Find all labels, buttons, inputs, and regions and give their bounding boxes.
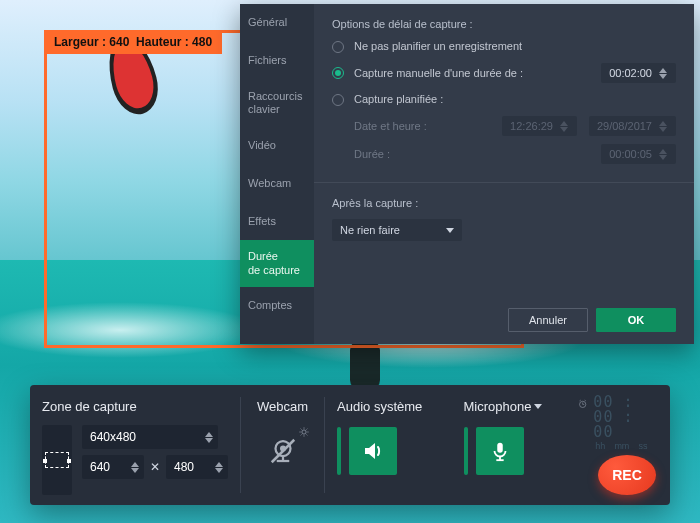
- chevron-down-icon: [446, 228, 454, 233]
- stepper-icon: [658, 149, 668, 160]
- divider: [314, 182, 694, 183]
- timer-units: hhmmss: [593, 441, 656, 451]
- resolution-preset-select[interactable]: 640x480: [82, 425, 218, 449]
- height-field[interactable]: 480: [166, 455, 228, 479]
- stepper-icon[interactable]: [214, 462, 224, 473]
- stepper-icon: [559, 121, 569, 132]
- option-no-schedule[interactable]: Ne pas planifier un enregistrement: [332, 40, 676, 53]
- scheduled-duration-field: 00:00:05: [601, 144, 676, 164]
- svg-line-5: [300, 429, 301, 430]
- multiply-icon: ✕: [150, 460, 160, 474]
- recorder-toolbar: Zone de capture 640x480 640 ✕ 480: [30, 385, 670, 505]
- cancel-button[interactable]: Annuler: [508, 308, 588, 332]
- webcam-section: Webcam: [241, 385, 324, 505]
- ok-button[interactable]: OK: [596, 308, 676, 332]
- tab-video[interactable]: Vidéo: [240, 126, 314, 164]
- record-section: 00 : 00 : 00 hhmmss REC: [578, 385, 670, 505]
- radio-icon: [332, 67, 344, 79]
- capture-delay-section-title: Options de délai de capture :: [332, 18, 676, 30]
- option-scheduled[interactable]: Capture planifiée :: [332, 93, 676, 106]
- stepper-icon: [658, 121, 668, 132]
- tab-webcam[interactable]: Webcam: [240, 164, 314, 202]
- scheduled-datetime-row: Date et heure : 12:26:29 29/08/2017: [354, 116, 676, 136]
- audio-level-bar: [337, 427, 341, 475]
- webcam-title: Webcam: [257, 395, 308, 417]
- tab-general[interactable]: Général: [240, 4, 314, 42]
- after-capture-select[interactable]: Ne rien faire: [332, 219, 462, 241]
- gear-icon[interactable]: [299, 423, 309, 433]
- system-audio-title: Audio système: [337, 395, 439, 417]
- scheduled-time-field: 12:26:29: [502, 116, 577, 136]
- microphone-title[interactable]: Microphone: [464, 395, 566, 417]
- settings-pane: Options de délai de capture : Ne pas pla…: [314, 4, 694, 344]
- alarm-clock-icon[interactable]: [578, 395, 587, 413]
- tab-duration[interactable]: Durée de capture: [240, 240, 314, 286]
- chevron-down-icon: [534, 404, 542, 409]
- stepper-icon[interactable]: [658, 68, 668, 79]
- tab-accounts[interactable]: Comptes: [240, 287, 314, 325]
- option-manual-duration[interactable]: Capture manuelle d'une durée de : 00:02:…: [332, 63, 676, 83]
- tab-shortcuts[interactable]: Raccourcis clavier: [240, 80, 314, 126]
- settings-tabs: Général Fichiers Raccourcis clavier Vidé…: [240, 4, 314, 344]
- stepper-icon[interactable]: [204, 432, 214, 443]
- stepper-icon[interactable]: [130, 462, 140, 473]
- capture-area-icon-button[interactable]: [42, 425, 72, 495]
- zone-title: Zone de capture: [42, 395, 228, 417]
- record-button[interactable]: REC: [598, 455, 656, 495]
- svg-line-19: [585, 400, 586, 401]
- radio-icon: [332, 94, 344, 106]
- manual-duration-field[interactable]: 00:02:00: [601, 63, 676, 83]
- settings-dialog: Général Fichiers Raccourcis clavier Vidé…: [240, 4, 694, 344]
- svg-rect-12: [497, 443, 503, 453]
- webcam-off-icon: [268, 436, 298, 466]
- scheduled-date-field: 29/08/2017: [589, 116, 676, 136]
- svg-line-7: [306, 429, 307, 430]
- width-field[interactable]: 640: [82, 455, 144, 479]
- microphone-section: Microphone: [452, 385, 578, 505]
- radio-icon: [332, 41, 344, 53]
- zone-section: Zone de capture 640x480 640 ✕ 480: [30, 385, 240, 505]
- svg-point-0: [301, 430, 305, 434]
- capture-dimensions-label: Largeur : 640 Hauteur : 480: [44, 30, 222, 54]
- microphone-toggle-button[interactable]: [476, 427, 524, 475]
- system-audio-toggle-button[interactable]: [349, 427, 397, 475]
- after-capture-label: Après la capture :: [332, 197, 676, 209]
- scheduled-duration-row: Durée : 00:00:05: [354, 144, 676, 164]
- mic-level-bar: [464, 427, 468, 475]
- tab-effects[interactable]: Effets: [240, 202, 314, 240]
- svg-line-8: [300, 435, 301, 436]
- webcam-toggle-button[interactable]: [259, 427, 307, 475]
- svg-line-6: [306, 435, 307, 436]
- tab-files[interactable]: Fichiers: [240, 42, 314, 80]
- timer-display: 00 : 00 : 00: [593, 395, 656, 440]
- system-audio-section: Audio système: [325, 385, 451, 505]
- svg-line-18: [580, 400, 581, 401]
- speaker-icon: [361, 439, 385, 463]
- microphone-icon: [489, 440, 511, 462]
